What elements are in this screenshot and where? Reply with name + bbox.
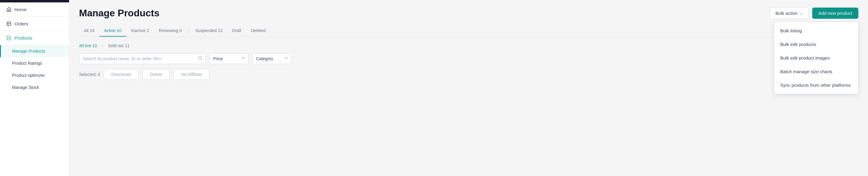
bulk-action-dropdown: Bulk listing Bulk edit products Bulk edi…: [774, 22, 858, 94]
sub-tab-sold-out-label: Sold out 11: [108, 43, 129, 48]
tab-inactive-count: 2: [147, 28, 149, 33]
dropdown-item-batch-manage-size-label: Batch manage size charts: [780, 69, 832, 74]
page-header: Manage Products Bulk action ⌄ Add new pr…: [79, 7, 858, 19]
sub-tab-all-live-label: All live 10: [79, 43, 97, 48]
sub-tab-sold-out[interactable]: Sold out 11: [108, 43, 129, 48]
tab-draft-label: Draft: [232, 28, 241, 33]
sidebar-item-products-label: Products: [14, 35, 32, 41]
bulk-action-chevron-icon: ⌄: [800, 11, 803, 16]
tab-all-label: All: [84, 28, 90, 33]
price-filter-wrap: Price: [209, 53, 249, 64]
tab-suspended-count: 12: [218, 28, 223, 33]
sub-tab-divider: /: [102, 43, 103, 48]
sub-tab-all-live[interactable]: All live 10: [79, 43, 97, 48]
selected-label: Selected: 0: [79, 72, 100, 77]
tab-reviewing-label: Reviewing: [159, 28, 180, 33]
orders-icon: [6, 21, 11, 26]
selected-text: Selected:: [79, 72, 96, 77]
sidebar-sub-manage-products[interactable]: Manage Products: [0, 45, 69, 57]
category-filter-wrap: Category: [252, 53, 291, 64]
sidebar: Home Orders Products Manage Products Pro…: [0, 0, 69, 176]
dropdown-item-sync-products-label: Sync products from other platforms: [780, 82, 850, 88]
dropdown-item-bulk-edit-images[interactable]: Bulk edit product images: [774, 51, 858, 65]
sidebar-sub-manage-stock-label: Manage Stock: [12, 85, 39, 90]
tab-all[interactable]: All 24: [79, 25, 99, 36]
sidebar-item-products[interactable]: Products: [0, 31, 69, 45]
sidebar-item-home[interactable]: Home: [0, 2, 69, 17]
dropdown-item-bulk-listing[interactable]: Bulk listing: [774, 24, 858, 37]
main-content: Manage Products Bulk action ⌄ Add new pr…: [69, 0, 868, 176]
tab-active-label: Active: [104, 28, 117, 33]
tab-divider: |: [187, 28, 191, 34]
deactivate-button[interactable]: Deactivate: [104, 69, 139, 80]
tab-draft[interactable]: Draft: [227, 25, 246, 36]
tab-all-count: 24: [90, 28, 94, 33]
home-icon: [6, 7, 11, 12]
tab-inactive[interactable]: Inactive 2: [126, 25, 154, 36]
tab-deleted[interactable]: Deleted: [246, 25, 270, 36]
dropdown-item-bulk-edit-products-label: Bulk edit products: [780, 42, 816, 47]
category-filter[interactable]: Category: [252, 53, 291, 64]
add-product-button[interactable]: Add new product: [812, 7, 858, 19]
sub-tabs: All live 10 / Sold out 11: [79, 43, 858, 48]
tab-suspended-label: Suspended: [195, 28, 218, 33]
sidebar-top-bar: [0, 0, 69, 2]
product-tabs: All 24 Active 10 Inactive 2 Reviewing 0 …: [79, 25, 858, 37]
sidebar-sub-product-ratings[interactable]: Product Ratings: [0, 57, 69, 69]
sidebar-item-orders-label: Orders: [14, 21, 28, 26]
sidebar-sub-manage-stock[interactable]: Manage Stock: [0, 81, 69, 94]
dropdown-item-sync-products[interactable]: Sync products from other platforms: [774, 78, 858, 92]
tab-active-count: 10: [117, 28, 122, 33]
tab-deleted-label: Deleted: [251, 28, 266, 33]
page-title: Manage Products: [79, 7, 159, 19]
bulk-action-label: Bulk action: [775, 10, 798, 16]
dropdown-item-bulk-edit-images-label: Bulk edit product images: [780, 55, 830, 60]
search-input[interactable]: [79, 53, 206, 64]
dropdown-item-bulk-listing-label: Bulk listing: [780, 28, 802, 33]
sidebar-sub-product-optimizer-label: Product optimizer: [12, 73, 45, 78]
tab-reviewing-count: 0: [180, 28, 182, 33]
search-icon: [198, 56, 203, 62]
delete-button[interactable]: Delete: [142, 69, 169, 80]
sidebar-sub-manage-products-label: Manage Products: [12, 49, 45, 53]
svg-rect-0: [7, 22, 11, 26]
price-filter[interactable]: Price: [209, 53, 249, 64]
dropdown-item-bulk-edit-products[interactable]: Bulk edit products: [774, 37, 858, 51]
action-row: Selected: 0 Deactivate Delete Set Affili…: [79, 69, 858, 80]
svg-point-3: [198, 56, 202, 59]
tab-suspended[interactable]: Suspended 12: [191, 25, 227, 36]
dropdown-item-batch-manage-size[interactable]: Batch manage size charts: [774, 65, 858, 78]
search-input-wrap: [79, 53, 206, 64]
tab-reviewing[interactable]: Reviewing 0: [154, 25, 187, 36]
svg-line-4: [201, 59, 202, 60]
header-actions: Bulk action ⌄ Add new product: [770, 7, 858, 19]
sidebar-item-orders[interactable]: Orders: [0, 17, 69, 31]
products-icon: [6, 35, 11, 41]
tab-inactive-label: Inactive: [131, 28, 147, 33]
sidebar-sub-product-optimizer[interactable]: Product optimizer: [0, 69, 69, 81]
sidebar-sub-product-ratings-label: Product Ratings: [12, 61, 42, 66]
selected-count: 0: [98, 72, 100, 77]
tab-active[interactable]: Active 10: [99, 25, 126, 36]
filters-row: Price Category: [79, 53, 858, 64]
bulk-action-button[interactable]: Bulk action ⌄: [770, 7, 809, 19]
sidebar-item-home-label: Home: [14, 7, 27, 12]
set-affiliate-button[interactable]: Set Affiliate: [174, 69, 210, 80]
